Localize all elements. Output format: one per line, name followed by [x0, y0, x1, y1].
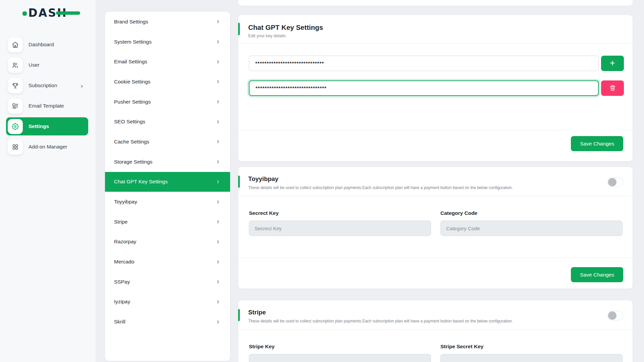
card-title: Chat GPT Key Settings [248, 23, 623, 32]
submenu-item-label: Cookie Settings [114, 79, 151, 85]
field-group: Category Code [440, 210, 623, 236]
sidebar-item-dashboard[interactable]: Dashboard [0, 36, 96, 53]
chevron-right-icon: › [217, 218, 219, 225]
card-description: These details will be used to collect su… [248, 185, 623, 190]
submenu-item-label: Storage Settings [114, 159, 153, 165]
submenu-item-seo-settings[interactable]: SEO Settings› [105, 112, 230, 132]
toggle-knob [608, 178, 616, 186]
chevron-right-icon: › [217, 138, 219, 145]
stripe-toggle[interactable] [607, 311, 623, 320]
trophy-icon [8, 78, 23, 93]
category-code-input[interactable] [440, 221, 623, 236]
submenu-item-label: Pusher Settings [114, 99, 151, 105]
field-label: Stripe Key [249, 344, 431, 350]
toyyibpay-toggle[interactable] [607, 177, 623, 187]
card-header: Stripe These details will be used to col… [238, 300, 633, 329]
main-content: Chat GPT Key Settings Edit your key deta… [238, 0, 633, 362]
sidebar-item-label: User [29, 62, 40, 68]
card-header: Toyyibpay These details will be used to … [238, 167, 633, 196]
card-description: These details will be used to collect su… [248, 319, 623, 323]
sidebar-item-subscription[interactable]: Subscription › [0, 77, 96, 94]
card-title: Stripe [248, 308, 623, 316]
stripe-secret-key-input[interactable] [440, 354, 623, 362]
submenu-item-label: Toyyibpay [114, 199, 137, 205]
submenu-item-cache-settings[interactable]: Cache Settings› [105, 132, 230, 152]
chevron-right-icon: › [217, 318, 219, 325]
submenu-item-brand-settings[interactable]: Brand Settings› [105, 12, 230, 32]
delete-key-button[interactable] [601, 80, 624, 96]
stripe-key-input[interactable] [249, 354, 431, 362]
submenu-item-mercado[interactable]: Mercado› [105, 252, 230, 272]
gear-icon [8, 119, 23, 134]
field-label: Secrect Key [249, 210, 431, 216]
chevron-right-icon: › [217, 18, 219, 25]
chevron-right-icon: › [217, 178, 219, 185]
sidebar-item-user[interactable]: User [0, 57, 96, 73]
field-group: Stripe Key [249, 344, 431, 362]
submenu-item-storage-settings[interactable]: Storage Settings› [105, 152, 230, 172]
submenu-item-label: Brand Settings [114, 19, 148, 25]
submenu-item-label: Chat GPT Key Settings [114, 179, 168, 185]
submenu-item-label: System Settings [114, 39, 152, 45]
sidebar-item-label: Dashboard [29, 42, 54, 48]
submenu-item-email-settings[interactable]: Email Settings› [105, 52, 230, 72]
field-label: Category Code [440, 210, 623, 216]
api-key-row [249, 80, 624, 96]
submenu-item-toyyibpay[interactable]: Toyyibpay› [105, 192, 230, 212]
sidebar-nav: Dashboard User Subscription › Email Temp… [0, 36, 96, 155]
card-title: Toyyibpay [248, 175, 623, 183]
trash-icon [609, 85, 616, 91]
logo-bar [56, 11, 80, 15]
chevron-right-icon: › [217, 198, 219, 205]
chevron-right-icon: › [217, 238, 219, 245]
sidebar-item-email-template[interactable]: Email Template [0, 98, 96, 114]
sidebar: DASH Dashboard User Subscription › [0, 0, 96, 362]
chevron-right-icon: › [217, 158, 219, 165]
sidebar-item-settings[interactable]: Settings [0, 118, 96, 135]
chevron-right-icon: › [217, 98, 219, 105]
submenu-item-label: Skrill [114, 319, 125, 325]
brand-logo: DASH [0, 7, 96, 18]
grid-icon [8, 139, 23, 155]
submenu-item-label: Cache Settings [114, 139, 149, 145]
api-key-row: + [249, 56, 624, 71]
card-footer: Save Changes [238, 130, 633, 161]
save-changes-button[interactable]: Save Changes [571, 136, 623, 151]
submenu-item-cookie-settings[interactable]: Cookie Settings› [105, 72, 230, 92]
chevron-right-icon: › [217, 258, 219, 265]
submenu-item-label: Email Settings [114, 59, 147, 65]
submenu-item-label: SEO Settings [114, 119, 145, 125]
submenu-item-iyzipay[interactable]: Iyzipay› [105, 292, 230, 312]
chevron-right-icon: › [217, 58, 219, 65]
card-header: Chat GPT Key Settings Edit your key deta… [238, 15, 633, 44]
card-subtitle: Edit your key details [248, 34, 623, 38]
chevron-right-icon: › [217, 78, 219, 85]
chevron-right-icon: › [81, 82, 83, 89]
sidebar-item-addon-manager[interactable]: Add-on Manager [0, 138, 96, 155]
secret-key-input[interactable] [249, 221, 431, 236]
toyyibpay-card: Toyyibpay These details will be used to … [238, 167, 633, 289]
api-key-input-2[interactable] [249, 80, 599, 96]
card-body: Stripe Key Stripe Secret Key [238, 329, 633, 362]
submenu-item-label: Stripe [114, 219, 128, 225]
submenu-item-razorpay[interactable]: Razorpay› [105, 232, 230, 252]
submenu-item-label: Razorpay [114, 239, 136, 245]
chevron-right-icon: › [217, 118, 219, 125]
submenu-item-label: Mercado [114, 259, 134, 265]
submenu-item-label: Iyzipay [114, 299, 130, 305]
submenu-item-sspay[interactable]: SSPay› [105, 272, 230, 292]
sidebar-item-label: Add-on Manager [29, 144, 67, 150]
save-changes-button[interactable]: Save Changes [571, 267, 623, 282]
submenu-item-label: SSPay [114, 279, 130, 285]
submenu-item-pusher-settings[interactable]: Pusher Settings› [105, 92, 230, 112]
settings-submenu: Brand Settings› System Settings› Email S… [105, 12, 230, 361]
card-footer: Save Changes [238, 257, 633, 289]
chevron-right-icon: › [217, 278, 219, 285]
api-key-input-1[interactable] [249, 56, 599, 71]
chevron-right-icon: › [217, 38, 219, 45]
submenu-item-skrill[interactable]: Skrill› [105, 312, 230, 332]
submenu-item-system-settings[interactable]: System Settings› [105, 32, 230, 52]
submenu-item-stripe[interactable]: Stripe› [105, 212, 230, 232]
submenu-item-chatgpt-key-settings[interactable]: Chat GPT Key Settings› [105, 172, 230, 192]
add-key-button[interactable]: + [601, 56, 624, 71]
